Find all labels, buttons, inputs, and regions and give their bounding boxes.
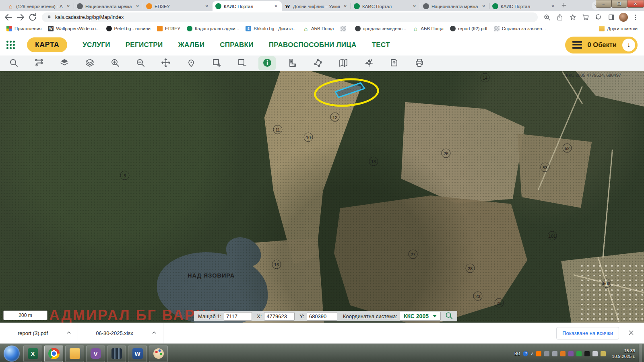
back-button[interactable] bbox=[3, 12, 14, 23]
bookmark-star-icon[interactable] bbox=[568, 12, 578, 23]
zoom-page-icon[interactable] bbox=[542, 12, 552, 23]
bookmark-item[interactable]: Кадастрално-адми... bbox=[184, 26, 242, 31]
bookmark-item[interactable]: Petel.bg - новини bbox=[103, 26, 154, 31]
downloads-close-button[interactable] bbox=[625, 329, 637, 337]
map-tool-polygon[interactable] bbox=[309, 56, 326, 70]
tray-icon-tray-app[interactable] bbox=[601, 351, 606, 356]
map-tool-zoom-in[interactable] bbox=[106, 56, 124, 70]
tray-icon-viber-tray[interactable] bbox=[568, 351, 574, 356]
show-desktop-button[interactable] bbox=[639, 344, 642, 362]
map-tool-select-remove[interactable] bbox=[233, 56, 250, 70]
taskbar-app-word[interactable]: W bbox=[128, 346, 147, 362]
browser-tab[interactable]: ЕПЗЕУ ✕ bbox=[143, 1, 213, 11]
tab-close-icon[interactable]: ✕ bbox=[66, 4, 71, 9]
coordinate-search-icon[interactable] bbox=[445, 311, 453, 321]
taskbar-app-chrome[interactable] bbox=[44, 346, 63, 362]
taskbar-app-explorer[interactable] bbox=[65, 346, 84, 362]
nav-menu-item[interactable]: РЕГИСТРИ bbox=[126, 41, 163, 49]
profile-avatar[interactable] bbox=[619, 13, 628, 22]
taskbar-app-viber[interactable]: V bbox=[86, 346, 105, 362]
share-icon[interactable] bbox=[555, 12, 565, 23]
map-tool-zoom-out[interactable] bbox=[132, 56, 149, 70]
tray-icon-language[interactable]: BG bbox=[514, 351, 520, 356]
map-tool-map-sheet[interactable] bbox=[334, 56, 352, 70]
x-coordinate-input[interactable] bbox=[264, 312, 295, 321]
tray-icon-help[interactable]: ? bbox=[523, 351, 528, 356]
bookmark-item[interactable]: продава земеделс... bbox=[352, 26, 410, 31]
bookmark-item[interactable]: ЕПЗЕУ bbox=[154, 26, 184, 31]
bookmark-item[interactable]: ⌂ АБВ Поща bbox=[300, 26, 337, 31]
apps-grid-icon[interactable] bbox=[6, 41, 15, 49]
menu-dots-icon[interactable] bbox=[630, 12, 641, 23]
sidebar-icon[interactable] bbox=[606, 12, 617, 23]
close-button[interactable]: ✕ bbox=[627, 0, 644, 8]
tab-close-icon[interactable]: ✕ bbox=[204, 4, 210, 9]
nav-menu-item[interactable]: ТЕСТ bbox=[372, 41, 390, 49]
tab-close-icon[interactable]: ✕ bbox=[481, 4, 487, 9]
nav-menu-item[interactable]: УСЛУГИ bbox=[83, 41, 110, 49]
tray-icon-network[interactable] bbox=[552, 351, 557, 356]
restore-button[interactable]: ❐ bbox=[611, 0, 627, 8]
map-tool-select-add[interactable] bbox=[208, 56, 225, 70]
bookmark-item[interactable] bbox=[337, 26, 352, 31]
tray-icon-avast[interactable] bbox=[536, 351, 541, 356]
download-arrow-icon[interactable]: ↓ bbox=[622, 39, 635, 51]
crs-select[interactable]: ККС 2005 bbox=[400, 312, 441, 321]
map-canvas[interactable]: 14 12 11 10 13 26 52 53 3 27 101 16 28 2… bbox=[0, 71, 644, 323]
tab-close-icon[interactable]: ✕ bbox=[343, 4, 348, 9]
bookmark-item[interactable]: W WallpapersWide.co... bbox=[45, 26, 103, 31]
tray-icon-pointer-device[interactable] bbox=[584, 351, 590, 356]
tray-icon-antivirus[interactable] bbox=[576, 351, 582, 356]
taskbar-app-paint[interactable] bbox=[149, 346, 168, 362]
scale-input[interactable] bbox=[224, 312, 252, 321]
map-tool-coordinate-axes[interactable] bbox=[360, 56, 377, 70]
taskbar-app-excel[interactable]: X bbox=[23, 346, 42, 362]
tab-close-icon[interactable]: ✕ bbox=[273, 4, 279, 9]
y-coordinate-input[interactable] bbox=[307, 312, 337, 321]
nav-menu-item[interactable]: КАРТА bbox=[27, 37, 67, 52]
download-item-report (3).pdf[interactable]: PDF report (3).pdf bbox=[0, 323, 78, 343]
reload-button[interactable] bbox=[27, 12, 38, 23]
bookmark-item[interactable]: Справка за заявен... bbox=[491, 26, 549, 31]
map-tool-search[interactable] bbox=[5, 56, 22, 70]
tray-icon-display-switch[interactable] bbox=[544, 351, 549, 356]
browser-tab[interactable]: ⌂ (128 непрочетени) - АБВ п ✕ bbox=[5, 1, 74, 11]
download-caret-icon[interactable] bbox=[66, 329, 72, 337]
browser-tab[interactable]: КАИС Портал ✕ bbox=[213, 1, 282, 11]
objects-button[interactable]: 0 Обекти ↓ bbox=[565, 37, 638, 53]
new-tab-button[interactable] bbox=[559, 0, 569, 11]
nav-menu-item[interactable]: СПРАВКИ bbox=[220, 41, 254, 49]
tab-close-icon[interactable]: ✕ bbox=[550, 4, 556, 9]
nav-menu-item[interactable]: ПРАВОСПОСОБНИ ЛИЦА bbox=[269, 41, 357, 49]
tab-close-icon[interactable]: ✕ bbox=[412, 4, 417, 9]
map-tool-info[interactable] bbox=[258, 56, 276, 70]
browser-tab[interactable]: Националната мрежа за з ✕ bbox=[420, 1, 489, 11]
map-tool-export[interactable] bbox=[385, 56, 402, 70]
browser-tab[interactable]: Националната мрежа за з ✕ bbox=[74, 1, 143, 11]
bookmark-item[interactable]: S Shkolo.bg : Дигита... bbox=[242, 26, 300, 31]
download-caret-icon[interactable] bbox=[151, 329, 157, 337]
browser-tab[interactable]: КАИС Портал ✕ bbox=[489, 1, 559, 11]
tray-icon-show-hidden[interactable]: ˄ bbox=[531, 351, 533, 356]
tab-close-icon[interactable]: ✕ bbox=[135, 4, 140, 9]
bookmark-item[interactable]: Приложения bbox=[3, 26, 45, 31]
other-bookmarks[interactable]: Други отметки bbox=[596, 26, 641, 31]
bookmark-item[interactable]: report (92).pdf bbox=[447, 26, 491, 31]
nav-menu-item[interactable]: ЖАЛБИ bbox=[178, 41, 204, 49]
map-tool-location[interactable] bbox=[182, 56, 200, 70]
browser-tab[interactable]: КАИС Портал ✕ bbox=[351, 1, 420, 11]
taskbar-clock[interactable]: 15:39 10.9.2025 г. bbox=[612, 348, 635, 360]
map-tool-pan[interactable] bbox=[157, 56, 174, 70]
cart-extension-icon[interactable] bbox=[580, 12, 591, 23]
map-tool-network[interactable] bbox=[30, 56, 47, 70]
url-field[interactable]: kais.cadastre.bg/bg/Map/Index bbox=[42, 12, 538, 22]
forward-button[interactable] bbox=[15, 12, 26, 23]
map-tool-layers-filled[interactable] bbox=[56, 56, 73, 70]
taskbar-app-cadastre-app[interactable] bbox=[107, 346, 126, 362]
browser-tab[interactable]: W Долни чифлик – Уикипеди ✕ bbox=[282, 1, 351, 11]
map-tool-measure[interactable] bbox=[284, 56, 301, 70]
bookmark-item[interactable]: ⌂ АБВ Поща bbox=[409, 26, 447, 31]
map-tool-print[interactable] bbox=[411, 56, 428, 70]
show-all-downloads-button[interactable]: Показване на всички bbox=[556, 327, 619, 339]
minimize-button[interactable]: – bbox=[596, 0, 611, 8]
